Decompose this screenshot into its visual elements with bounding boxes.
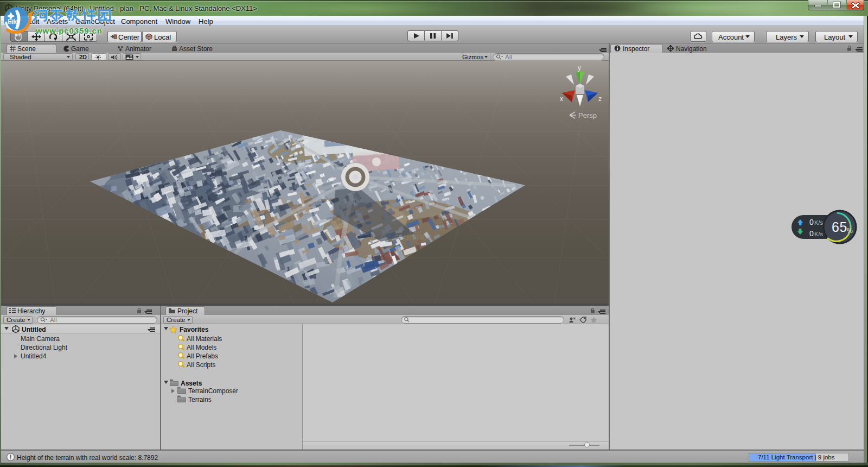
svg-text:x: x [560,95,563,103]
svg-text:z: z [598,95,602,103]
svg-text:gz.csdiane: gz.csdiane [381,231,427,242]
svg-text:Persp: Persp [578,111,597,119]
svg-text:K/s: K/s [814,219,823,226]
svg-text:0: 0 [809,229,814,238]
svg-text:K/s: K/s [814,231,823,237]
svg-text:0: 0 [809,218,814,226]
svg-text:y: y [578,65,581,72]
svg-text:www.pc0359.cn: www.pc0359.cn [36,26,103,35]
svg-text:65: 65 [832,219,847,235]
svg-text:%: % [847,227,853,235]
